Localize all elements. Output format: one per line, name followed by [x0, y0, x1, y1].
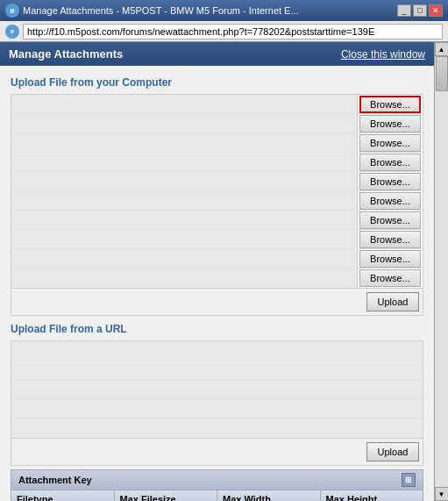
title-bar-left: e Manage Attachments - M5POST - BMW M5 F…: [5, 4, 299, 18]
address-input[interactable]: [23, 24, 443, 39]
url-upload-button[interactable]: Upload: [366, 442, 419, 462]
computer-upload-row: Upload: [11, 288, 423, 315]
file-input-10: [11, 268, 358, 288]
scroll-up-arrow[interactable]: ▲: [435, 42, 449, 56]
upload-computer-title: Upload File from your Computer: [11, 76, 423, 89]
attachment-table-header: Filetype Max Filesize Max Width Max Heig…: [11, 490, 423, 501]
address-bar-icon: e: [5, 25, 19, 39]
browse-button-10[interactable]: Browse...: [359, 269, 421, 287]
file-row-8: Browse...: [11, 230, 423, 249]
file-row-7: Browse...: [11, 211, 423, 230]
computer-upload-button[interactable]: Upload: [366, 292, 419, 311]
file-input-9: [11, 249, 358, 268]
file-input-8: [11, 230, 358, 248]
manage-title: Manage Attachments: [9, 47, 123, 61]
file-row-10: Browse...: [11, 268, 423, 288]
file-input-4: [11, 153, 358, 171]
browse-button-6[interactable]: Browse...: [359, 192, 421, 210]
file-input-3: [11, 133, 358, 152]
file-input-6: [11, 191, 358, 210]
browse-button-4[interactable]: Browse...: [359, 154, 421, 171]
manage-attachments-header: Manage Attachments Close this window: [0, 42, 434, 66]
url-input-row-5: [11, 419, 423, 438]
attachment-key-icon[interactable]: ⊞: [402, 473, 416, 487]
browse-button-7[interactable]: Browse...: [359, 211, 421, 229]
file-row-1: Browse...: [11, 95, 423, 114]
col-filetype: Filetype: [11, 490, 115, 501]
scrollbar-right[interactable]: ▲ ▼: [434, 42, 448, 501]
file-row-4: Browse...: [11, 153, 423, 172]
close-button[interactable]: ✕: [429, 4, 443, 17]
url-upload-row: Upload: [11, 438, 423, 465]
col-max-filesize: Max Filesize: [115, 490, 218, 501]
file-input-5: [11, 172, 358, 190]
scroll-thumb[interactable]: [436, 56, 448, 91]
close-window-link[interactable]: Close this window: [341, 48, 425, 61]
browse-button-8[interactable]: Browse...: [359, 231, 421, 248]
scroll-track: [435, 56, 448, 487]
browse-button-9[interactable]: Browse...: [359, 250, 421, 268]
url-input-row-4: [11, 399, 423, 419]
upload-url-section: Upload: [11, 340, 423, 466]
title-bar-controls[interactable]: _ □ ✕: [397, 4, 443, 17]
file-input-1: [11, 95, 358, 113]
scroll-down-arrow[interactable]: ▼: [435, 487, 449, 501]
file-input-2: [11, 114, 358, 132]
browse-button-1[interactable]: Browse...: [359, 96, 421, 113]
maximize-button[interactable]: □: [413, 4, 427, 17]
file-row-6: Browse...: [11, 191, 423, 211]
file-row-9: Browse...: [11, 249, 423, 268]
col-max-width: Max Width: [217, 490, 321, 501]
browse-button-2[interactable]: Browse...: [359, 115, 421, 132]
browse-button-5[interactable]: Browse...: [359, 173, 421, 190]
attachment-key-header: Attachment Key ⊞: [11, 470, 423, 490]
file-row-5: Browse...: [11, 172, 423, 191]
attachment-key-section: Attachment Key ⊞ Filetype Max Filesize M…: [11, 469, 423, 501]
main-content: Manage Attachments Close this window Upl…: [0, 42, 434, 501]
browse-button-3[interactable]: Browse...: [359, 134, 421, 152]
inner-content: Upload File from your Computer Browse...…: [0, 66, 434, 501]
window-chrome: Manage Attachments Close this window Upl…: [0, 42, 448, 501]
url-input-row-3: [11, 380, 423, 399]
upload-computer-section: Browse... Browse... Browse... Browse...: [11, 94, 423, 316]
address-bar: e: [0, 21, 448, 42]
file-input-7: [11, 211, 358, 229]
file-row-2: Browse...: [11, 114, 423, 133]
minimize-button[interactable]: _: [397, 4, 411, 17]
browser-icon: e: [5, 4, 19, 18]
file-row-3: Browse...: [11, 133, 423, 153]
window-title: Manage Attachments - M5POST - BMW M5 For…: [23, 5, 299, 16]
attachment-key-title: Attachment Key: [18, 475, 92, 485]
url-input-row-2: [11, 361, 423, 380]
upload-url-title: Upload File from a URL: [11, 323, 423, 335]
col-max-height: Max Height: [321, 490, 423, 501]
title-bar: e Manage Attachments - M5POST - BMW M5 F…: [0, 0, 448, 21]
url-input-row-1: [11, 341, 423, 361]
